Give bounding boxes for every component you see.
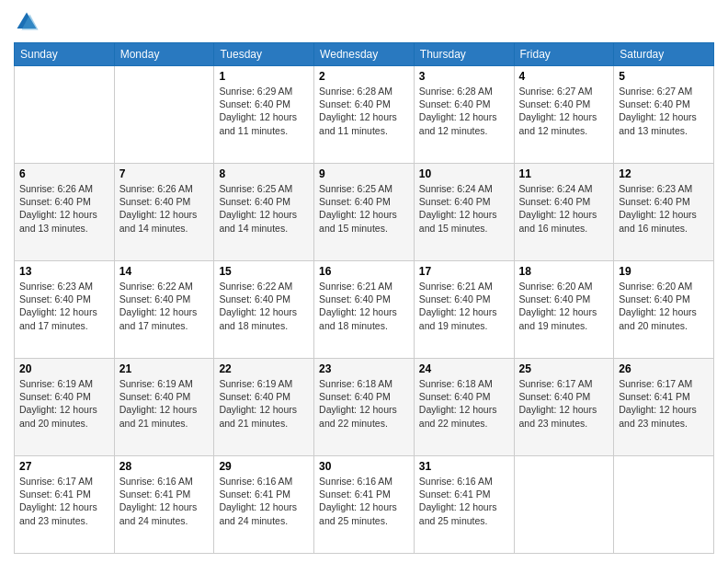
calendar-cell: 28Sunrise: 6:16 AMSunset: 6:41 PMDayligh… xyxy=(114,456,214,554)
day-info: Sunrise: 6:17 AMSunset: 6:41 PMDaylight:… xyxy=(619,377,709,430)
day-number: 2 xyxy=(319,70,409,83)
day-info: Sunrise: 6:21 AMSunset: 6:40 PMDaylight:… xyxy=(419,280,509,332)
calendar-cell xyxy=(15,66,115,164)
day-number: 23 xyxy=(319,362,409,375)
day-number: 13 xyxy=(19,265,109,278)
day-number: 19 xyxy=(619,265,709,278)
day-number: 1 xyxy=(219,70,309,83)
day-info: Sunrise: 6:21 AMSunset: 6:40 PMDaylight:… xyxy=(319,280,409,332)
calendar-cell: 18Sunrise: 6:20 AMSunset: 6:40 PMDayligh… xyxy=(514,261,614,359)
day-info: Sunrise: 6:22 AMSunset: 6:40 PMDaylight:… xyxy=(219,280,309,332)
day-info: Sunrise: 6:28 AMSunset: 6:40 PMDaylight:… xyxy=(419,85,509,137)
day-info: Sunrise: 6:23 AMSunset: 6:40 PMDaylight:… xyxy=(19,280,109,332)
day-number: 10 xyxy=(419,167,509,180)
calendar-week-4: 27Sunrise: 6:17 AMSunset: 6:41 PMDayligh… xyxy=(15,456,714,554)
day-info: Sunrise: 6:19 AMSunset: 6:40 PMDaylight:… xyxy=(119,377,210,430)
day-info: Sunrise: 6:17 AMSunset: 6:41 PMDaylight:… xyxy=(19,475,109,527)
calendar-header-saturday: Saturday xyxy=(614,43,714,66)
calendar-cell: 11Sunrise: 6:24 AMSunset: 6:40 PMDayligh… xyxy=(514,164,614,261)
logo xyxy=(14,9,43,35)
day-number: 28 xyxy=(119,460,210,473)
day-number: 9 xyxy=(319,167,409,180)
day-number: 25 xyxy=(519,362,609,375)
calendar-table: SundayMondayTuesdayWednesdayThursdayFrid… xyxy=(14,42,714,554)
day-number: 7 xyxy=(119,167,210,180)
day-number: 15 xyxy=(219,265,309,278)
day-info: Sunrise: 6:22 AMSunset: 6:40 PMDaylight:… xyxy=(119,280,210,332)
calendar-cell xyxy=(514,456,614,554)
calendar-cell: 12Sunrise: 6:23 AMSunset: 6:40 PMDayligh… xyxy=(614,164,714,261)
day-info: Sunrise: 6:18 AMSunset: 6:40 PMDaylight:… xyxy=(419,377,509,430)
day-number: 6 xyxy=(19,167,109,180)
day-number: 3 xyxy=(419,70,509,83)
day-info: Sunrise: 6:16 AMSunset: 6:41 PMDaylight:… xyxy=(319,475,409,527)
day-number: 5 xyxy=(619,70,709,83)
calendar-cell: 24Sunrise: 6:18 AMSunset: 6:40 PMDayligh… xyxy=(414,359,514,456)
day-info: Sunrise: 6:18 AMSunset: 6:40 PMDaylight:… xyxy=(319,377,409,430)
calendar-cell: 29Sunrise: 6:16 AMSunset: 6:41 PMDayligh… xyxy=(214,456,314,554)
day-info: Sunrise: 6:20 AMSunset: 6:40 PMDaylight:… xyxy=(519,280,609,332)
calendar-cell: 13Sunrise: 6:23 AMSunset: 6:40 PMDayligh… xyxy=(15,261,115,359)
calendar-cell: 4Sunrise: 6:27 AMSunset: 6:40 PMDaylight… xyxy=(514,66,614,164)
day-number: 24 xyxy=(419,362,509,375)
header xyxy=(14,9,714,35)
day-number: 22 xyxy=(219,362,309,375)
calendar-cell: 1Sunrise: 6:29 AMSunset: 6:40 PMDaylight… xyxy=(214,66,314,164)
day-info: Sunrise: 6:16 AMSunset: 6:41 PMDaylight:… xyxy=(419,475,509,527)
calendar-cell: 20Sunrise: 6:19 AMSunset: 6:40 PMDayligh… xyxy=(15,359,115,456)
calendar-week-3: 20Sunrise: 6:19 AMSunset: 6:40 PMDayligh… xyxy=(15,359,714,456)
calendar-cell: 2Sunrise: 6:28 AMSunset: 6:40 PMDaylight… xyxy=(314,66,415,164)
day-info: Sunrise: 6:25 AMSunset: 6:40 PMDaylight:… xyxy=(219,182,309,235)
day-info: Sunrise: 6:26 AMSunset: 6:40 PMDaylight:… xyxy=(119,182,210,235)
day-info: Sunrise: 6:19 AMSunset: 6:40 PMDaylight:… xyxy=(219,377,309,430)
day-info: Sunrise: 6:26 AMSunset: 6:40 PMDaylight:… xyxy=(19,182,109,235)
calendar-cell: 5Sunrise: 6:27 AMSunset: 6:40 PMDaylight… xyxy=(614,66,714,164)
calendar-cell: 15Sunrise: 6:22 AMSunset: 6:40 PMDayligh… xyxy=(214,261,314,359)
day-info: Sunrise: 6:23 AMSunset: 6:40 PMDaylight:… xyxy=(619,182,709,235)
day-info: Sunrise: 6:20 AMSunset: 6:40 PMDaylight:… xyxy=(619,280,709,332)
page: SundayMondayTuesdayWednesdayThursdayFrid… xyxy=(0,0,728,563)
calendar-header-tuesday: Tuesday xyxy=(214,43,314,66)
calendar-header-sunday: Sunday xyxy=(15,43,115,66)
day-number: 20 xyxy=(19,362,109,375)
calendar-cell: 17Sunrise: 6:21 AMSunset: 6:40 PMDayligh… xyxy=(414,261,514,359)
calendar-cell: 10Sunrise: 6:24 AMSunset: 6:40 PMDayligh… xyxy=(414,164,514,261)
calendar-cell xyxy=(614,456,714,554)
calendar-cell: 3Sunrise: 6:28 AMSunset: 6:40 PMDaylight… xyxy=(414,66,514,164)
day-number: 31 xyxy=(419,460,509,473)
day-info: Sunrise: 6:24 AMSunset: 6:40 PMDaylight:… xyxy=(519,182,609,235)
day-number: 26 xyxy=(619,362,709,375)
calendar-cell: 25Sunrise: 6:17 AMSunset: 6:40 PMDayligh… xyxy=(514,359,614,456)
day-info: Sunrise: 6:19 AMSunset: 6:40 PMDaylight:… xyxy=(19,377,109,430)
day-info: Sunrise: 6:16 AMSunset: 6:41 PMDaylight:… xyxy=(119,475,210,527)
calendar-cell: 30Sunrise: 6:16 AMSunset: 6:41 PMDayligh… xyxy=(314,456,415,554)
day-number: 11 xyxy=(519,167,609,180)
day-number: 17 xyxy=(419,265,509,278)
calendar-cell: 31Sunrise: 6:16 AMSunset: 6:41 PMDayligh… xyxy=(414,456,514,554)
calendar-header-friday: Friday xyxy=(514,43,614,66)
calendar-cell: 21Sunrise: 6:19 AMSunset: 6:40 PMDayligh… xyxy=(114,359,214,456)
day-number: 29 xyxy=(219,460,309,473)
day-info: Sunrise: 6:25 AMSunset: 6:40 PMDaylight:… xyxy=(319,182,409,235)
calendar-cell: 16Sunrise: 6:21 AMSunset: 6:40 PMDayligh… xyxy=(314,261,415,359)
calendar-cell: 26Sunrise: 6:17 AMSunset: 6:41 PMDayligh… xyxy=(614,359,714,456)
day-number: 4 xyxy=(519,70,609,83)
day-info: Sunrise: 6:16 AMSunset: 6:41 PMDaylight:… xyxy=(219,475,309,527)
calendar-cell: 7Sunrise: 6:26 AMSunset: 6:40 PMDaylight… xyxy=(114,164,214,261)
calendar-cell: 22Sunrise: 6:19 AMSunset: 6:40 PMDayligh… xyxy=(214,359,314,456)
calendar-header-monday: Monday xyxy=(114,43,214,66)
day-number: 12 xyxy=(619,167,709,180)
day-info: Sunrise: 6:29 AMSunset: 6:40 PMDaylight:… xyxy=(219,85,309,137)
day-number: 8 xyxy=(219,167,309,180)
day-number: 18 xyxy=(519,265,609,278)
calendar-cell: 27Sunrise: 6:17 AMSunset: 6:41 PMDayligh… xyxy=(15,456,115,554)
calendar-week-2: 13Sunrise: 6:23 AMSunset: 6:40 PMDayligh… xyxy=(15,261,714,359)
calendar-header-row: SundayMondayTuesdayWednesdayThursdayFrid… xyxy=(15,43,714,66)
calendar-header-thursday: Thursday xyxy=(414,43,514,66)
day-number: 30 xyxy=(319,460,409,473)
day-number: 16 xyxy=(319,265,409,278)
calendar-cell: 6Sunrise: 6:26 AMSunset: 6:40 PMDaylight… xyxy=(15,164,115,261)
day-info: Sunrise: 6:17 AMSunset: 6:40 PMDaylight:… xyxy=(519,377,609,430)
day-info: Sunrise: 6:24 AMSunset: 6:40 PMDaylight:… xyxy=(419,182,509,235)
day-number: 14 xyxy=(119,265,210,278)
